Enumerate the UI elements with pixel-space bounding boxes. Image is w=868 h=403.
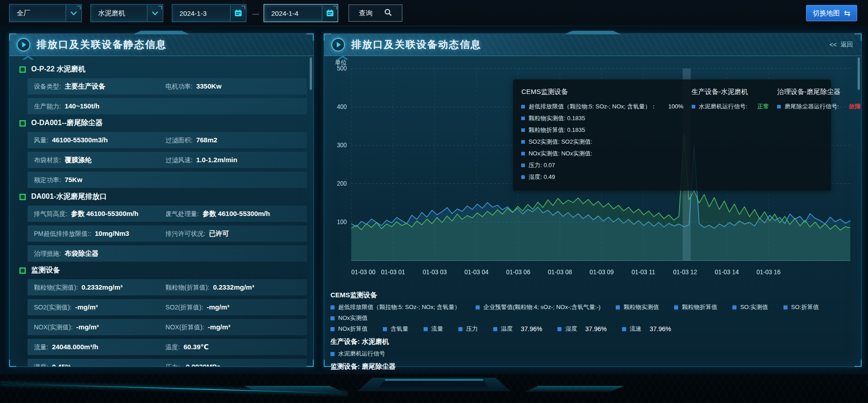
green-square-bullet bbox=[19, 120, 26, 127]
legend-marker-icon bbox=[521, 128, 525, 132]
back-button-label: 返回 bbox=[840, 41, 853, 49]
field-value: 主要生产设备 bbox=[65, 82, 105, 91]
legend-item[interactable]: 企业预警值(颗粒物:4; sOz-; NOx-;含氧气量:-) bbox=[476, 303, 600, 311]
legend-item[interactable]: 颗粒物折算值 bbox=[674, 303, 717, 311]
section-title: O-DA001--磨尾除尘器 bbox=[31, 118, 103, 128]
info-cell: 生产能力:140~150t/h bbox=[34, 102, 165, 111]
legend-item-label: 超低排放限值（颗拉物:5: SOz-; NOx; 含氧量） bbox=[338, 303, 460, 311]
date-from-value: 2024-1-3 bbox=[172, 9, 230, 17]
field-value: 60.39℃ bbox=[184, 343, 209, 351]
field-value: 0.45% bbox=[52, 363, 71, 367]
corner-accent bbox=[854, 360, 862, 367]
tooltip-column-header: 治理设备-磨尾除尘器 bbox=[777, 88, 861, 96]
info-cell: SO2(折算值):-mg/m³ bbox=[165, 303, 302, 312]
static-panel-header: 排放口及关联设备静态信息 bbox=[9, 34, 313, 56]
svg-text:01-03 03: 01-03 03 bbox=[423, 268, 447, 276]
tooltip-item: 压力: 0.07 bbox=[521, 161, 683, 169]
legend-marker-icon bbox=[521, 117, 525, 120]
switch-map-button[interactable]: 切换地图 ⇆ bbox=[806, 5, 857, 21]
static-panel-body: O-P-22 水泥磨机设备类型:主要生产设备电机功率:3350Kw生产能力:14… bbox=[9, 56, 313, 366]
decorative-footer bbox=[0, 374, 868, 403]
date-from-input[interactable]: 2024-1-3 bbox=[172, 4, 246, 22]
info-row: 布袋材质:覆膜涤纶过滤风速:1.0-1.2m/min bbox=[28, 152, 307, 168]
legend-marker-icon bbox=[330, 327, 335, 331]
svg-text:01-03 01: 01-03 01 bbox=[381, 268, 406, 276]
legend-item[interactable]: 含氧量 bbox=[383, 325, 408, 333]
chevron-down-icon[interactable] bbox=[66, 5, 81, 21]
legend-item-label: 流量 bbox=[431, 325, 443, 333]
info-cell: 湿度:0.45% bbox=[34, 363, 165, 367]
legend-marker-icon bbox=[521, 164, 525, 167]
tooltip-item: 超低排放限值（颗拉物:5: SOz-; NOx; 含氧量）：100% bbox=[521, 103, 683, 111]
tooltip-column-header: CEMS监测设备 bbox=[521, 88, 683, 96]
legend-marker-icon bbox=[521, 175, 525, 179]
field-label: 额定功率: bbox=[34, 176, 61, 184]
legend-marker-icon bbox=[622, 327, 626, 331]
query-button[interactable]: 查询 bbox=[349, 5, 402, 22]
legend-item[interactable]: SO:实测值 bbox=[732, 303, 768, 311]
play-icon bbox=[17, 38, 30, 52]
plant-select[interactable]: 全厂 bbox=[9, 4, 82, 22]
legend-item[interactable]: 压力 bbox=[458, 325, 478, 333]
back-button[interactable]: << 返回 bbox=[830, 41, 853, 49]
info-row: 治理措施:布袋除尘器 bbox=[28, 245, 307, 262]
field-value: 已许可 bbox=[209, 230, 229, 238]
field-value: 24048.000m³/h bbox=[52, 343, 99, 351]
calendar-icon[interactable] bbox=[230, 5, 246, 21]
date-to-value: 2024-1-4 bbox=[264, 9, 322, 17]
main-content: 排放口及关联设备静态信息 O-P-22 水泥磨机设备类型:主要生产设备电机功率:… bbox=[0, 26, 868, 367]
emissions-chart[interactable]: 单位10020030040050001-03 0001-03 0101-03 0… bbox=[324, 56, 861, 285]
field-value: 0.2332mg/m³ bbox=[81, 283, 123, 291]
corner-accent bbox=[854, 33, 862, 41]
field-label: 温度: bbox=[165, 343, 180, 351]
legend-item[interactable]: 流速37.96% bbox=[622, 325, 671, 333]
info-cell: 过滤面积:768m2 bbox=[165, 136, 302, 145]
info-row: 设备类型:主要生产设备电机功率:3350Kw bbox=[28, 78, 307, 94]
svg-text:01-03 08: 01-03 08 bbox=[548, 268, 572, 276]
legend-item[interactable]: 湿度37.96% bbox=[557, 325, 606, 333]
section-header: O-DA001--磨尾除尘器 bbox=[19, 118, 307, 128]
legend-item-label: 颗粒物折算值 bbox=[682, 303, 717, 311]
legend-section-header: 生产设备: 水泥磨机 bbox=[330, 337, 853, 346]
scrollbar-thumb[interactable] bbox=[310, 57, 312, 90]
field-value: -mg/m³ bbox=[208, 323, 231, 331]
field-value: 参数 46100-55300m/h bbox=[203, 210, 270, 218]
legend-item[interactable]: 温度37.96% bbox=[493, 325, 542, 333]
chevron-down-icon[interactable] bbox=[147, 5, 163, 21]
info-cell: SO2(实测值):-mg/m³ bbox=[34, 303, 165, 312]
legend-item[interactable]: 水泥磨机运行信号 bbox=[330, 350, 385, 358]
svg-text:500: 500 bbox=[337, 65, 347, 71]
legend-item[interactable]: 超低排放限值（颗拉物:5: SOz-; NOx; 含氧量） bbox=[330, 303, 460, 311]
legend-item[interactable]: SO:折算值 bbox=[783, 303, 819, 311]
info-row: SO2(实测值):-mg/m³SO2(折算值):-mg/m³ bbox=[28, 299, 307, 315]
field-value: 140~150t/h bbox=[65, 102, 99, 110]
field-label: 电机功率: bbox=[165, 83, 193, 91]
legend-item[interactable]: NOx实测值 bbox=[330, 314, 368, 322]
legend-item[interactable]: 颗粒物实测值 bbox=[616, 303, 659, 311]
legend-item[interactable]: NOx折算值 bbox=[330, 325, 368, 333]
legend-item-label: 颗粒物实测值 bbox=[623, 303, 659, 311]
field-label: SO2(折算值): bbox=[165, 304, 203, 312]
tooltip-column: 治理设备-磨尾除尘器磨尾除尘器运行信号:故障 bbox=[777, 87, 861, 183]
legend-item-value: 37.96% bbox=[521, 325, 542, 333]
legend-marker-icon bbox=[493, 327, 497, 331]
info-row: NOX(实测值):-mg/m³NOX(折算值):-mg/m³ bbox=[28, 319, 307, 335]
calendar-icon[interactable] bbox=[322, 5, 338, 21]
legend-row: 水泥磨机运行信号 bbox=[330, 350, 853, 358]
legend-marker-icon bbox=[458, 327, 462, 331]
field-value: -mg/m³ bbox=[207, 303, 229, 311]
field-value: 75Kw bbox=[65, 176, 82, 183]
tooltip-item: 颗粒物实测值: 0.1835 bbox=[521, 114, 683, 122]
device-select-value: 水泥磨机 bbox=[91, 9, 147, 18]
legend-item[interactable]: 流量 bbox=[424, 325, 443, 333]
info-cell: NOX(折算值):-mg/m³ bbox=[165, 323, 302, 332]
info-row: 流量:24048.000m³/h温度:60.39℃ bbox=[28, 339, 307, 355]
date-range-separator: — bbox=[252, 9, 259, 17]
info-cell: 治理措施:布袋除尘器 bbox=[34, 249, 165, 258]
date-to-input[interactable]: 2024-1-4 bbox=[264, 4, 338, 22]
device-select[interactable]: 水泥磨机 bbox=[90, 4, 163, 22]
svg-text:01-03 16: 01-03 16 bbox=[756, 268, 781, 276]
field-value: 3350Kw bbox=[196, 82, 222, 90]
tooltip-item: 湿度: 0.49 bbox=[521, 173, 683, 181]
info-cell: 排污许可状况:已许可 bbox=[165, 230, 302, 238]
